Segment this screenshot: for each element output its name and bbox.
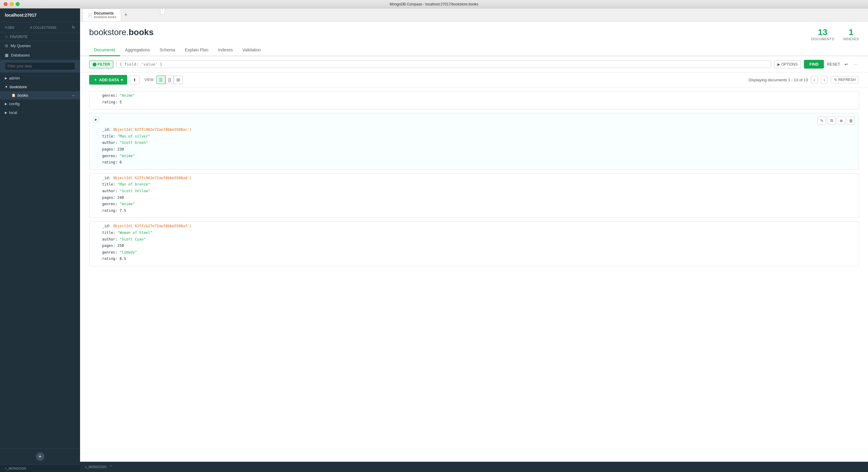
main-content: ‹ 📄 Documents bookstore.books + bookstor…: [80, 8, 868, 472]
page-title: bookstore.books: [89, 28, 153, 37]
doc-field-line: title: "Man of silver": [102, 133, 855, 140]
mongosh-bar[interactable]: >_MONGOSH: [0, 465, 80, 472]
add-data-button[interactable]: ＋ ADD DATA ▾: [89, 75, 127, 85]
tab-schema[interactable]: Schema: [155, 44, 180, 56]
doc-field-line: author: "Scott Cyan": [102, 236, 855, 243]
doc-id-line: _id: ObjectId('62ffcb27e72aef8bbe5598af'…: [102, 223, 855, 230]
add-connection-button[interactable]: +: [36, 452, 44, 461]
sidebar-item-bookstore[interactable]: ▼ bookstore: [0, 83, 80, 91]
maximize-window-button[interactable]: [16, 2, 20, 6]
tab-explain-plan[interactable]: Explain Plan: [180, 44, 213, 56]
close-window-button[interactable]: [4, 2, 7, 6]
databases-icon: ▦: [5, 53, 8, 57]
tab-validation[interactable]: Validation: [238, 44, 266, 56]
plus-icon: ＋: [93, 77, 97, 83]
filter-toolbar: ⬤ FILTER ▶ OPTIONS FIND RESET ↩ ···: [80, 56, 868, 72]
mongosh-bottom-label: >_MONGOSH: [85, 465, 106, 469]
favorite-button[interactable]: ☆ FAVORITE: [0, 33, 80, 41]
refresh-button[interactable]: ↻ REFRESH: [831, 76, 859, 84]
tab-bar: 📄 Documents bookstore.books +: [80, 8, 868, 22]
undo-button[interactable]: ↩: [843, 60, 849, 68]
dropdown-icon: ▾: [121, 78, 123, 82]
collection-name: books: [129, 28, 153, 37]
tab-aggregations[interactable]: Aggregations: [120, 44, 155, 56]
sidebar-filter-area: [0, 60, 80, 72]
page-header: bookstore.books 13 DOCUMENTS 1 INDEXES: [80, 22, 868, 41]
export-button[interactable]: ⬆: [130, 75, 140, 84]
window-controls: [4, 2, 20, 6]
sidebar-item-databases[interactable]: ▦ Databases: [0, 51, 80, 60]
list-view-button[interactable]: ☰: [156, 75, 165, 84]
doc-field-line: genres: "Anime": [102, 92, 855, 99]
sidebar-collapse-button[interactable]: ‹: [160, 8, 165, 14]
sidebar-databases: ▶ admin ▼ bookstore 📋 books ··· ▶ config…: [0, 74, 80, 117]
clone-document-button[interactable]: ⊕: [837, 116, 845, 125]
sidebar-item-admin[interactable]: ▶ admin: [0, 74, 80, 83]
title-separator: .: [126, 28, 129, 37]
expand-document-button[interactable]: ▶: [93, 116, 99, 122]
filter-icon: ⬤: [92, 62, 96, 66]
doc-field-line: pages: 230: [102, 146, 855, 153]
next-page-button[interactable]: ›: [821, 76, 828, 84]
find-button[interactable]: FIND: [804, 60, 824, 69]
delete-document-button[interactable]: 🗑: [846, 116, 855, 125]
more-options-button[interactable]: ···: [852, 60, 859, 68]
sidebar-meta: 4 DBS 4 COLLECTIONS ↻: [0, 22, 80, 33]
data-toolbar: ＋ ADD DATA ▾ ⬆ VIEW ☰ {} ⊞ Displaying do…: [80, 72, 868, 87]
doc-field-line: pages: 250: [102, 243, 855, 249]
db-name-label: admin: [9, 76, 20, 81]
options-button[interactable]: ▶ OPTIONS: [774, 60, 801, 68]
reset-button[interactable]: RESET: [827, 62, 840, 66]
filter-badge[interactable]: ⬤ FILTER: [89, 60, 113, 68]
minimize-window-button[interactable]: [10, 2, 13, 6]
mongosh-label: >_MONGOSH: [5, 467, 26, 470]
sidebar-item-label: My Queries: [10, 43, 31, 48]
doc-field-line: genres: "Anime": [102, 201, 855, 208]
expand-mongosh-button[interactable]: ⌃: [108, 464, 114, 470]
bottom-bar: >_MONGOSH ⌃: [80, 462, 868, 472]
sidebar-item-config[interactable]: ▶ config: [0, 99, 80, 108]
doc-id-line: _id: ObjectId('62ffc962e72aef8bbe5598ac'…: [102, 127, 855, 133]
sidebar-refresh-button[interactable]: ↻: [72, 25, 75, 30]
sidebar-item-local[interactable]: ▶ local: [0, 108, 80, 117]
doc-field-line: title: "Woman of Steel": [102, 230, 855, 236]
copy-document-button[interactable]: ⧉: [827, 116, 836, 125]
sidebar-filter-input[interactable]: [5, 62, 75, 70]
filter-input[interactable]: [120, 62, 768, 66]
document-icon: 📄: [88, 13, 92, 17]
chevron-down-icon: ▼: [5, 85, 8, 89]
collection-more-icon[interactable]: ···: [72, 93, 75, 98]
doc-field-line: rating: 7.5: [102, 208, 855, 214]
table-view-button[interactable]: ⊞: [174, 75, 183, 84]
prev-page-button[interactable]: ‹: [811, 76, 818, 84]
add-tab-button[interactable]: +: [122, 10, 130, 19]
filter-row: [116, 60, 771, 68]
documents-label: DOCUMENTS: [811, 37, 834, 41]
sidebar-item-my-queries[interactable]: ⊙ My Queries: [0, 41, 80, 51]
doc-field-line: pages: 240: [102, 195, 855, 201]
add-data-label: ADD DATA: [99, 78, 119, 82]
tab-indexes[interactable]: Indexes: [213, 44, 238, 56]
indexes-label: INDEXES: [843, 37, 859, 41]
star-icon: ☆: [5, 35, 8, 39]
doc-content: _id: ObjectId('62ffc962e72aef8bbe5598ac'…: [89, 125, 859, 169]
sidebar-host: localhost:27017: [0, 8, 80, 22]
json-view-button[interactable]: {}: [165, 75, 174, 84]
data-toolbar-right: Displaying documents 1 - 13 of 13 ‹ › ↻ …: [749, 76, 859, 84]
edit-document-button[interactable]: ✎: [817, 116, 826, 125]
chevron-right-icon: ▶: [5, 102, 7, 105]
documents-count: 13: [811, 28, 834, 37]
doc-field-line: author: "Scott Yellow": [102, 188, 855, 195]
titlebar: MongoDB Compass - localhost:27017/bookst…: [0, 0, 868, 8]
app-body: localhost:27017 4 DBS 4 COLLECTIONS ↻ ☆ …: [0, 8, 868, 472]
documents-stat: 13 DOCUMENTS: [811, 28, 834, 41]
db-name-label: config: [9, 101, 20, 106]
displaying-text: Displaying documents 1 - 13 of 13: [749, 78, 808, 82]
sidebar-item-books[interactable]: 📋 books ···: [0, 91, 80, 99]
queries-icon: ⊙: [5, 43, 8, 48]
chevron-right-icon: ▶: [5, 111, 7, 114]
doc-field-line: rating: 8.5: [102, 256, 855, 262]
tab-documents[interactable]: Documents: [89, 44, 120, 56]
tab-documents[interactable]: 📄 Documents bookstore.books: [83, 8, 121, 21]
doc-field-line: genres: "Anime": [102, 153, 855, 160]
